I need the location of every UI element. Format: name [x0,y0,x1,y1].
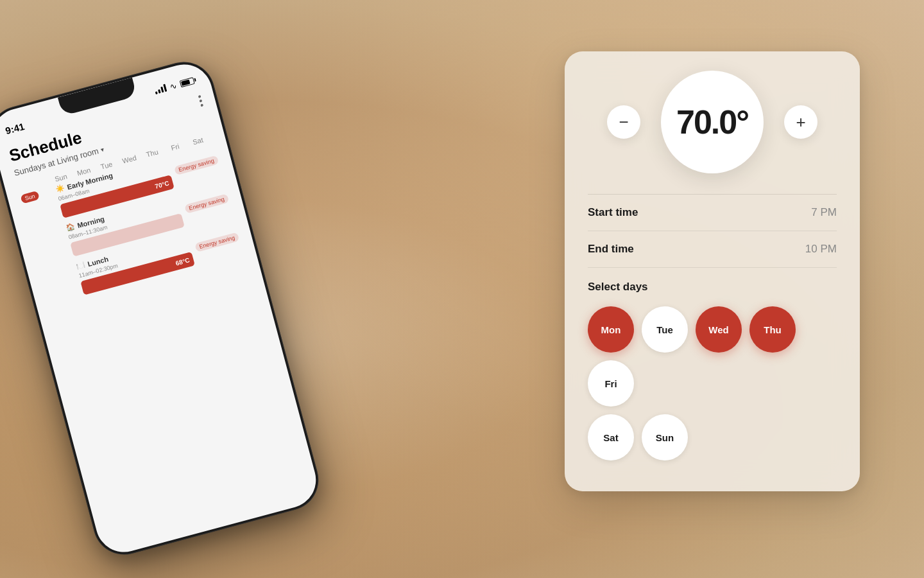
day-tue-button[interactable]: Tue [642,306,688,353]
decrease-temp-button[interactable]: − [607,105,640,139]
time-settings: Start time 7 PM End time 10 PM [588,194,837,268]
signal-icon [154,84,167,94]
battery-fill [181,79,190,85]
sun-badge: Sun [20,191,40,204]
start-time-label: Start time [588,206,638,219]
energy-badge-early-morning: Energy saving [174,155,219,175]
day-fri-button[interactable]: Fri [588,360,634,407]
wifi-icon: ∿ [169,80,178,91]
status-time: 9:41 [4,120,25,136]
temperature-control: − 70.0° + [588,71,837,173]
menu-dot [199,100,202,103]
temperature-circle: 70.0° [661,71,764,173]
start-time-row[interactable]: Start time 7 PM [588,195,837,231]
energy-badge-morning: Energy saving [184,193,229,213]
end-time-value: 10 PM [805,243,837,256]
temperature-display: 70.0° [676,103,748,141]
menu-dot [198,95,201,98]
chevron-down-icon: ▾ [100,146,105,153]
increase-temp-button[interactable]: + [784,105,817,139]
early-morning-icon: ☀️ [55,184,65,194]
day-wed-button[interactable]: Wed [696,306,742,353]
day-mon-button[interactable]: Mon [588,306,634,353]
day-thu-button[interactable]: Thu [749,306,796,353]
day-sun-button[interactable]: Sun [642,414,688,460]
battery-icon [180,76,195,87]
energy-badge-lunch: Energy saving [194,232,239,252]
days-row-1: Mon Tue Wed Thu Fri [588,306,837,407]
end-time-label: End time [588,243,634,256]
end-time-row[interactable]: End time 10 PM [588,231,837,268]
days-row-2: Sat Sun [588,414,837,460]
lunch-icon: 🍽️ [76,261,87,271]
morning-icon: 🏠 [65,222,76,232]
select-days-section: Select days Mon Tue Wed Thu Fri Sat Sun [588,281,837,460]
select-days-title: Select days [588,281,837,293]
start-time-value: 7 PM [811,206,837,219]
thermostat-card: − 70.0° + Start time 7 PM End time 10 PM… [565,51,860,491]
day-sat-button[interactable]: Sat [588,414,634,460]
